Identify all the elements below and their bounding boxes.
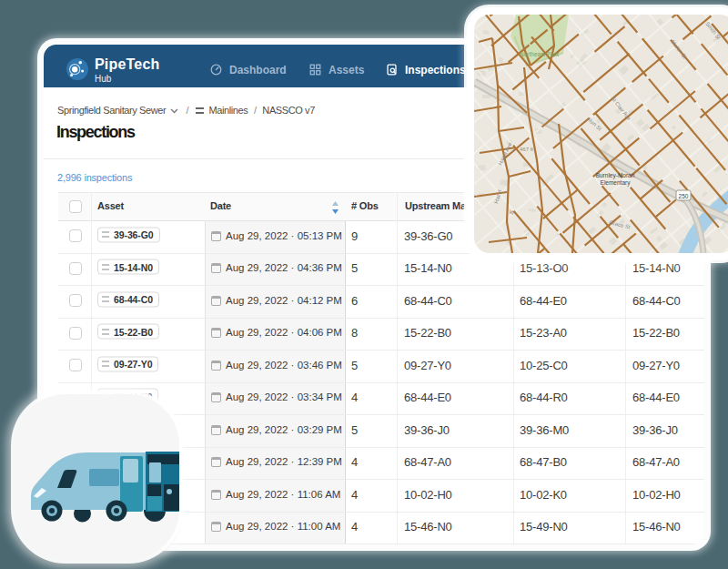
svg-text:Elementary: Elementary <box>601 179 632 187</box>
svg-text:467 ft: 467 ft <box>520 147 533 152</box>
svg-text:Burnley-Moran: Burnley-Moran <box>596 172 635 179</box>
svg-text:Northeast Park: Northeast Park <box>520 51 560 57</box>
svg-text:250: 250 <box>679 193 689 199</box>
